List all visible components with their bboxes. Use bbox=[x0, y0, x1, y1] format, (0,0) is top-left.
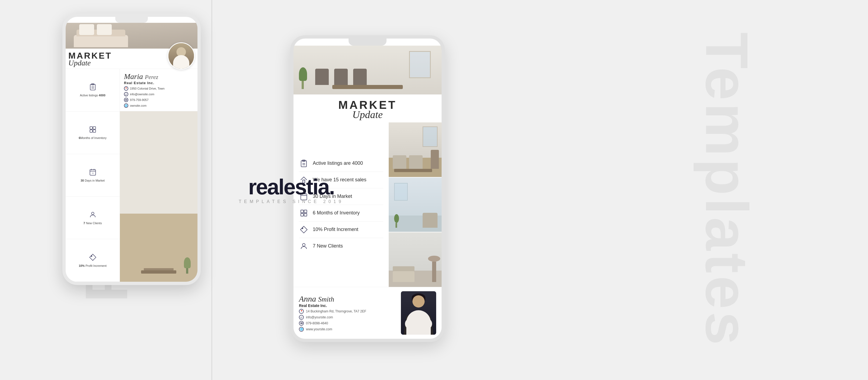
phone-left-content: MARKET Update bbox=[66, 23, 197, 282]
contact-phone: ☎ 979-759-9057 bbox=[124, 98, 193, 102]
svg-rect-26 bbox=[301, 213, 304, 216]
svg-rect-27 bbox=[304, 213, 307, 216]
rph-contact-web-text: www.yoursite.com bbox=[306, 327, 332, 331]
rph-tag-icon bbox=[299, 225, 309, 235]
phone-right-header-image bbox=[293, 46, 442, 94]
left-stats-column: Active listings 4000 6Months of Inventor… bbox=[66, 69, 120, 282]
rph-contact-web: 🌐 www.yoursite.com bbox=[299, 327, 397, 332]
rph-agent-name: Anna Smith bbox=[299, 294, 397, 303]
svg-rect-5 bbox=[93, 127, 95, 129]
rph-stats-area: Active listings are 4000 We have 15 re bbox=[293, 122, 389, 287]
rph-stat-clients: 7 New Clients bbox=[299, 238, 383, 254]
market-text-block: MARKET Update bbox=[68, 51, 167, 67]
contact-web-text: ownsite.com bbox=[130, 104, 147, 107]
stat-label-inventory: 6Months of Inventory bbox=[79, 136, 106, 140]
rph-main-body: Active listings are 4000 We have 15 re bbox=[293, 122, 442, 287]
property-image-block bbox=[120, 111, 197, 282]
rph-contact-address-text: 14 Buckingham Rd, Thorngrove, TA7 2EF bbox=[306, 310, 366, 313]
svg-rect-25 bbox=[304, 210, 307, 212]
rph-stats-section: Active listings are 4000 We have 15 re bbox=[293, 122, 389, 287]
tag-icon bbox=[89, 254, 97, 263]
contact-address: 📍 1950 Colonial Drive, Town bbox=[124, 86, 193, 91]
stat-label-clients: 7 New Clients bbox=[84, 222, 102, 225]
email-icon: @ bbox=[124, 92, 128, 96]
svg-point-28 bbox=[302, 228, 303, 229]
rph-web-icon: 🌐 bbox=[299, 327, 304, 332]
svg-text:30: 30 bbox=[92, 172, 94, 174]
contact-address-text: 1950 Colonial Drive, Town bbox=[130, 87, 165, 90]
two-col-layout: Active listings 4000 6Months of Inventor… bbox=[66, 69, 197, 282]
main-layout: Realtor Templates realestia. templates s… bbox=[0, 0, 868, 380]
grid-icon bbox=[89, 126, 97, 135]
divider-line bbox=[212, 0, 212, 380]
stat-label-listings: Active listings 4000 bbox=[80, 94, 105, 97]
rph-location-icon: 📍 bbox=[299, 309, 304, 314]
rph-images-section bbox=[389, 122, 442, 287]
stat-item-clients: 7 New Clients bbox=[66, 197, 120, 239]
rph-agent-title: Real Estate Inc. bbox=[299, 303, 397, 308]
contact-email: @ info@ownsite.com bbox=[124, 92, 193, 96]
contact-phone-text: 979-759-9057 bbox=[130, 98, 149, 101]
contact-email-text: info@ownsite.com bbox=[130, 93, 154, 96]
stat-label-days: 30 Days in Market bbox=[81, 179, 105, 182]
right-info-column: Maria Perez Real Estate Inc. 📍 1950 Colo… bbox=[120, 69, 197, 282]
rph-stat-inventory: 6 Months of Inventory bbox=[299, 205, 383, 222]
stat-item-profit: 10% Profit Increment bbox=[66, 239, 120, 282]
rph-image-1 bbox=[389, 122, 442, 177]
rph-stat-listings: Active listings are 4000 bbox=[299, 155, 383, 172]
rph-contact-email: @ info@yoursite.com bbox=[299, 315, 397, 320]
brand-name: realestia. bbox=[239, 176, 344, 198]
agent-title-left: Real Estate Inc. bbox=[124, 81, 193, 85]
svg-rect-24 bbox=[301, 210, 304, 212]
stat-item-inventory: 6Months of Inventory bbox=[66, 112, 120, 154]
stat-item-listings: Active listings 4000 bbox=[66, 69, 120, 112]
rph-contact-phone-text: 079-8098-4640 bbox=[306, 321, 328, 325]
contact-web: 🌐 ownsite.com bbox=[124, 104, 193, 108]
rph-contact-email-text: info@yoursite.com bbox=[306, 315, 333, 319]
rph-contact-phone: ☎ 079-8098-4640 bbox=[299, 321, 397, 326]
rph-person-icon bbox=[299, 241, 309, 251]
market-title-area: MARKET Update bbox=[66, 49, 197, 69]
svg-point-29 bbox=[303, 243, 305, 246]
web-icon-left: 🌐 bbox=[124, 104, 128, 108]
rph-email-icon: @ bbox=[299, 315, 304, 320]
rph-agent-block: Anna Smith Real Estate Inc. 📍 14 Bucking… bbox=[293, 287, 442, 339]
svg-rect-7 bbox=[93, 130, 95, 132]
phone-right-title-area: MARKET Update bbox=[293, 94, 442, 122]
svg-point-14 bbox=[91, 256, 92, 257]
location-icon: 📍 bbox=[124, 86, 128, 91]
brand-tagline: templates since 2019 bbox=[239, 199, 344, 204]
rph-clipboard-icon bbox=[299, 158, 309, 168]
brand-wrapper: realestia. templates since 2019 bbox=[239, 176, 344, 204]
clipboard-icon bbox=[89, 83, 97, 93]
rph-image-2 bbox=[389, 177, 442, 233]
rph-avatar bbox=[401, 291, 436, 335]
rph-stat-clients-text: 7 New Clients bbox=[313, 243, 343, 249]
svg-rect-4 bbox=[90, 127, 92, 129]
person-icon bbox=[89, 211, 97, 221]
market-script-left: Update bbox=[68, 59, 167, 67]
calendar-icon: 30 bbox=[89, 168, 97, 178]
svg-rect-6 bbox=[90, 130, 92, 132]
rph-image-3 bbox=[389, 232, 442, 287]
rph-stat-listings-text: Active listings are 4000 bbox=[313, 160, 363, 166]
phone-left: MARKET Update bbox=[62, 13, 201, 285]
agent-info-block-left: Maria Perez Real Estate Inc. 📍 1950 Colo… bbox=[120, 69, 197, 111]
rph-grid-icon bbox=[299, 208, 309, 218]
rph-agent-text: Anna Smith Real Estate Inc. 📍 14 Bucking… bbox=[299, 294, 397, 332]
watermark-right: Templates bbox=[692, 32, 761, 348]
rph-phone-icon: ☎ bbox=[299, 321, 304, 326]
rph-stat-inventory-text: 6 Months of Inventory bbox=[313, 210, 360, 216]
agent-name-left: Maria Perez bbox=[124, 72, 193, 81]
svg-point-13 bbox=[91, 212, 94, 214]
phone-left-notch bbox=[115, 17, 148, 23]
phone-right-notch bbox=[348, 38, 386, 46]
stat-item-days: 30 30 Days in Market bbox=[66, 154, 120, 197]
stat-label-profit: 10% Profit Increment bbox=[79, 264, 106, 267]
phone-icon-left: ☎ bbox=[124, 98, 128, 102]
avatar-left bbox=[167, 42, 195, 69]
rph-stat-profit-text: 10% Profit Increment bbox=[313, 227, 358, 232]
rph-contact-address: 📍 14 Buckingham Rd, Thorngrove, TA7 2EF bbox=[299, 309, 397, 314]
rph-market-script: Update bbox=[296, 109, 439, 120]
rph-stat-profit: 10% Profit Increment bbox=[299, 222, 383, 238]
